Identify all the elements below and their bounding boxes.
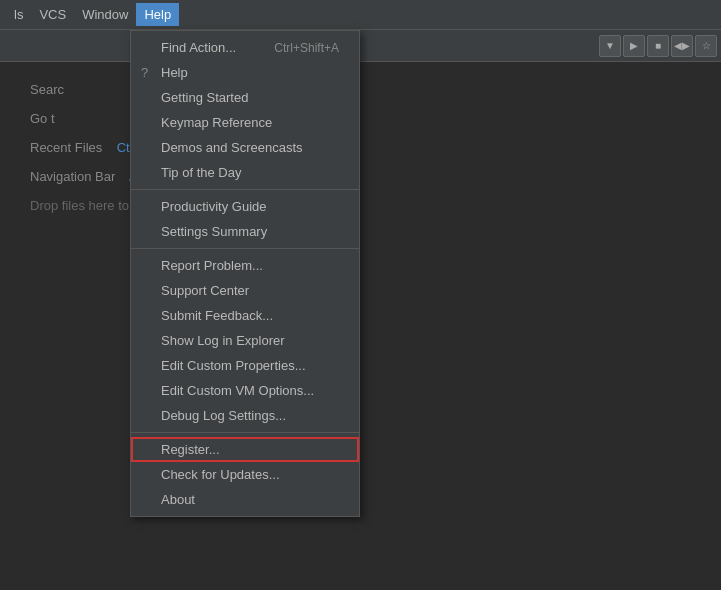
menu-item-about[interactable]: About [131,487,359,512]
dropdown-button[interactable]: ▼ [599,35,621,57]
find-action-label: Find Action... [161,40,236,55]
menu-item-settings-summary[interactable]: Settings Summary [131,219,359,244]
settings-summary-label: Settings Summary [161,224,267,239]
menu-item-report-problem[interactable]: Report Problem... [131,253,359,278]
step-button[interactable]: ◀▶ [671,35,693,57]
menubar-item-help[interactable]: Help [136,3,179,26]
nav-bar-text: Navigation Bar [30,169,115,184]
getting-started-label: Getting Started [161,90,248,105]
tip-label: Tip of the Day [161,165,241,180]
menu-item-edit-vm[interactable]: Edit Custom VM Options... [131,378,359,403]
about-label: About [161,492,195,507]
menu-item-getting-started[interactable]: Getting Started [131,85,359,110]
menu-item-register[interactable]: Register... [131,437,359,462]
menubar: ls VCS Window Help [0,0,721,30]
help-dropdown-menu: Find Action... Ctrl+Shift+A ? Help Getti… [130,30,360,517]
support-label: Support Center [161,283,249,298]
separator-2 [131,248,359,249]
separator-3 [131,432,359,433]
menu-item-productivity[interactable]: Productivity Guide [131,194,359,219]
menu-item-support[interactable]: Support Center [131,278,359,303]
edit-properties-label: Edit Custom Properties... [161,358,306,373]
search-text: Searc [30,82,64,97]
menubar-item-vcs[interactable]: VCS [31,3,74,26]
check-updates-label: Check for Updates... [161,467,280,482]
keymap-label: Keymap Reference [161,115,272,130]
menu-item-debug-log[interactable]: Debug Log Settings... [131,403,359,428]
help-label: Help [161,65,188,80]
edit-vm-label: Edit Custom VM Options... [161,383,314,398]
menu-item-demos[interactable]: Demos and Screencasts [131,135,359,160]
go-text: Go t [30,111,55,126]
menubar-item-ls[interactable]: ls [6,3,31,26]
productivity-label: Productivity Guide [161,199,267,214]
submit-feedback-label: Submit Feedback... [161,308,273,323]
demos-label: Demos and Screencasts [161,140,303,155]
menubar-item-window[interactable]: Window [74,3,136,26]
main-content: Searc Go t Recent Files Ctrl+E Navigatio… [0,62,721,590]
menu-item-tip[interactable]: Tip of the Day [131,160,359,185]
toolbar: ▼ ▶ ■ ◀▶ ☆ [0,30,721,62]
debug-log-label: Debug Log Settings... [161,408,286,423]
recent-files-text: Recent Files [30,140,102,155]
report-problem-label: Report Problem... [161,258,263,273]
menu-item-submit-feedback[interactable]: Submit Feedback... [131,303,359,328]
extra-button[interactable]: ☆ [695,35,717,57]
show-log-label: Show Log in Explorer [161,333,285,348]
stop-button[interactable]: ■ [647,35,669,57]
menu-item-help[interactable]: ? Help [131,60,359,85]
menu-item-show-log[interactable]: Show Log in Explorer [131,328,359,353]
question-icon: ? [141,65,148,80]
separator-1 [131,189,359,190]
menu-item-check-updates[interactable]: Check for Updates... [131,462,359,487]
menu-item-keymap[interactable]: Keymap Reference [131,110,359,135]
play-button[interactable]: ▶ [623,35,645,57]
menu-item-edit-properties[interactable]: Edit Custom Properties... [131,353,359,378]
register-label: Register... [161,442,220,457]
find-action-shortcut: Ctrl+Shift+A [274,41,339,55]
menu-item-find-action[interactable]: Find Action... Ctrl+Shift+A [131,35,359,60]
